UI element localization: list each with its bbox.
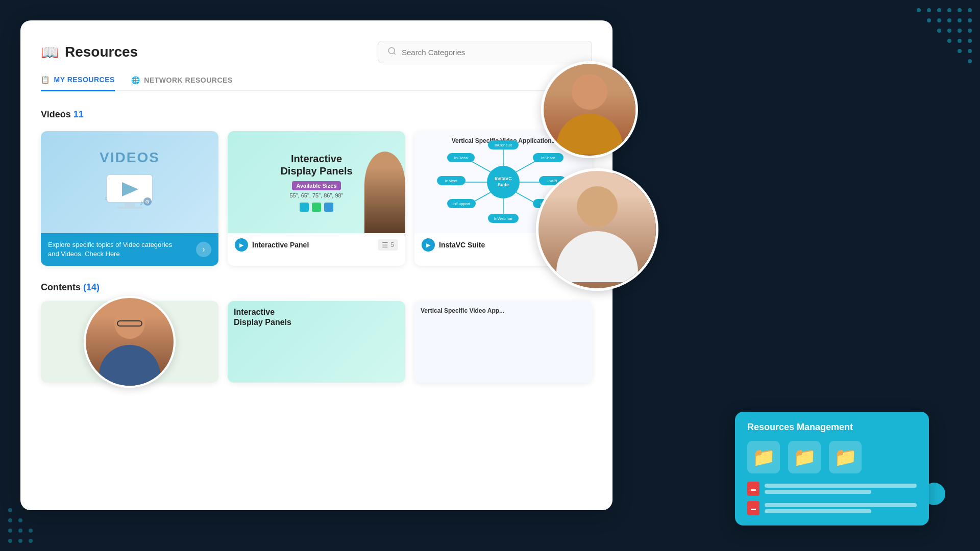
available-badge: Available Sizes <box>292 181 340 190</box>
card-videos-footer[interactable]: Explore specific topics of Video categor… <box>41 233 218 266</box>
contents-grid: InteractiveDisplay Panels Vertical Speci… <box>41 301 592 383</box>
svg-point-12 <box>958 29 962 33</box>
svg-point-27 <box>8 518 12 522</box>
svg-line-31 <box>394 53 395 54</box>
book-icon: 📖 <box>41 44 59 61</box>
svg-text:InClass: InClass <box>454 156 468 160</box>
svg-point-3 <box>937 8 941 12</box>
svg-point-17 <box>947 39 951 43</box>
content-vertical-title: Vertical Specific Video App... <box>421 307 586 314</box>
folder-2[interactable]: 📁 <box>788 441 821 473</box>
svg-rect-35 <box>117 207 142 209</box>
idp-title: InteractiveDisplay Panels <box>280 153 352 177</box>
svg-text:InMeet: InMeet <box>445 179 458 183</box>
svg-point-4 <box>927 8 931 12</box>
rm-file-row-2: ▬ <box>747 501 917 515</box>
file-line-2a <box>765 503 917 507</box>
page-title: 📖 Resources <box>41 44 138 61</box>
search-bar[interactable] <box>378 41 592 63</box>
svg-text:inSupport: inSupport <box>453 202 471 206</box>
svg-point-7 <box>958 18 962 22</box>
card-cta-text: Explore specific topics of Video categor… <box>48 240 179 259</box>
svg-point-25 <box>18 529 22 533</box>
search-icon <box>387 46 397 58</box>
svg-text:Suite: Suite <box>498 182 509 187</box>
svg-point-6 <box>968 18 972 22</box>
svg-text:♪: ♪ <box>140 198 143 207</box>
content-card-1[interactable] <box>41 301 218 383</box>
header: 📖 Resources <box>41 41 592 63</box>
svg-point-26 <box>29 529 33 533</box>
svg-point-13 <box>947 29 951 33</box>
svg-text:InstaVC: InstaVC <box>495 176 512 181</box>
folder-icon-1: 📁 <box>752 446 775 468</box>
content-person-circle <box>84 296 176 388</box>
svg-point-10 <box>927 18 931 22</box>
resources-mgmt-title: Resources Management <box>747 422 917 433</box>
tab-my-resources-icon: 📋 <box>41 76 50 84</box>
decorative-dots-top-right <box>827 0 980 102</box>
svg-point-18 <box>968 49 972 53</box>
videos-grid: VIDEOS ♪ ♫ ⚙ <box>41 131 592 266</box>
resources-mgmt-card: Resources Management 📁 📁 📁 ▬ ▬ <box>735 412 929 525</box>
videos-section-header: Videos 11 ◀ ▶ <box>41 106 592 123</box>
svg-point-16 <box>958 39 962 43</box>
videos-count: 11 <box>74 109 84 119</box>
svg-point-8 <box>947 18 951 22</box>
rm-file-row-1: ▬ <box>747 482 917 496</box>
svg-rect-34 <box>125 203 135 207</box>
file-line-1a <box>765 484 917 488</box>
svg-text:InShare: InShare <box>541 156 556 160</box>
folder-icon-2: 📁 <box>793 446 816 468</box>
card-panel-footer: ▶ Interactive Panel ☰ 5 <box>228 233 405 257</box>
svg-point-14 <box>937 29 941 33</box>
file-lines-2 <box>765 503 917 513</box>
card-videos-thumbnail: VIDEOS ♪ ♫ ⚙ <box>41 131 218 233</box>
contents-count: (14) <box>83 282 100 292</box>
svg-point-22 <box>18 539 22 543</box>
card-panel-title: ▶ Interactive Panel <box>235 238 309 252</box>
folder-1[interactable]: 📁 <box>747 441 780 473</box>
svg-point-29 <box>8 508 12 512</box>
folder-icon-3: 📁 <box>834 446 857 468</box>
svg-point-15 <box>968 39 972 43</box>
videos-label: VIDEOS <box>100 149 160 166</box>
content-idp-title: InteractiveDisplay Panels <box>234 307 295 327</box>
avatar-2 <box>536 168 658 291</box>
search-input[interactable] <box>402 48 582 57</box>
file-line-2b <box>765 509 871 513</box>
chevron-right-icon: › <box>196 242 211 257</box>
video-card-interactive-panel[interactable]: InteractiveDisplay Panels Available Size… <box>228 131 405 266</box>
contents-section-header: Contents (14) <box>41 282 592 293</box>
contents-title: Contents (14) <box>41 282 100 293</box>
tab-my-resources[interactable]: 📋 MY RESOURCES <box>41 76 115 91</box>
svg-point-19 <box>958 49 962 53</box>
tab-network-resources[interactable]: 🌐 NETWORK RESOURCES <box>131 76 233 90</box>
svg-point-2 <box>947 8 951 12</box>
svg-text:♫: ♫ <box>104 195 108 201</box>
folder-3[interactable]: 📁 <box>829 441 862 473</box>
card-panel-thumbnail: InteractiveDisplay Panels Available Size… <box>228 131 405 233</box>
list-icon-panel: ☰ <box>382 241 388 249</box>
file-lines-1 <box>765 484 917 494</box>
svg-text:InAPI: InAPI <box>547 179 557 183</box>
tab-network-resources-icon: 🌐 <box>131 76 140 84</box>
svg-point-21 <box>8 539 12 543</box>
sizes-text: 55", 65", 75", 86", 98" <box>289 192 343 198</box>
tabs-bar: 📋 MY RESOURCES 🌐 NETWORK RESOURCES <box>41 76 592 91</box>
svg-text:⚙: ⚙ <box>145 199 150 205</box>
play-icon-panel: ▶ <box>235 238 248 252</box>
card-instavc-title-bar: ▶ InstaVC Suite <box>422 238 485 252</box>
svg-point-23 <box>29 539 33 543</box>
main-card: 📖 Resources 📋 MY RESOURCES 🌐 NETWORK RES… <box>20 20 612 510</box>
content-card-2[interactable]: InteractiveDisplay Panels <box>228 301 405 383</box>
video-card-placeholder[interactable]: VIDEOS ♪ ♫ ⚙ <box>41 131 218 266</box>
rm-folders-row: 📁 📁 📁 <box>747 441 917 473</box>
svg-point-9 <box>937 18 941 22</box>
file-icon-2: ▬ <box>747 501 760 515</box>
svg-point-28 <box>18 518 22 522</box>
svg-text:InConsult: InConsult <box>495 143 512 147</box>
videos-title: Videos 11 <box>41 109 84 120</box>
svg-text:InWebinar: InWebinar <box>494 216 513 221</box>
content-card-3[interactable]: Vertical Specific Video App... <box>414 301 592 383</box>
